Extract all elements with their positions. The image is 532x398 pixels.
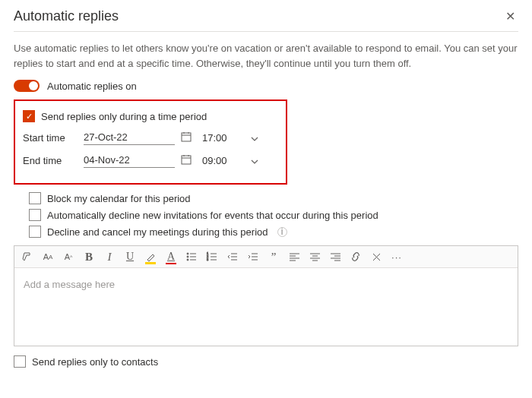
italic-button[interactable]: I <box>104 251 115 263</box>
indent-button[interactable] <box>248 251 258 263</box>
time-period-checkbox[interactable] <box>23 110 35 122</box>
editor-toolbar: AA A^ B I U A 123 ” <box>14 246 518 268</box>
bold-button[interactable]: B <box>84 251 94 263</box>
clear-format-button[interactable] <box>371 251 382 263</box>
end-time-label: End time <box>23 155 84 166</box>
calendar-icon[interactable] <box>181 154 192 167</box>
font-color-button[interactable]: A <box>166 251 176 263</box>
dialog-header: Automatic replies ✕ <box>14 8 518 32</box>
align-right-button[interactable] <box>330 251 340 263</box>
more-button[interactable]: ··· <box>391 251 402 263</box>
svg-rect-4 <box>182 156 191 164</box>
cancel-meetings-checkbox[interactable] <box>29 226 41 238</box>
block-calendar-checkbox[interactable] <box>29 192 41 204</box>
intro-text: Use automatic replies to let others know… <box>14 41 518 71</box>
font-size-down-button[interactable]: A^ <box>63 251 74 263</box>
decline-new-label: Automatically decline new invitations fo… <box>47 210 378 221</box>
format-painter-icon[interactable] <box>22 251 33 263</box>
svg-point-12 <box>187 259 188 261</box>
highlight-button[interactable] <box>145 251 156 263</box>
svg-text:3: 3 <box>207 257 209 261</box>
message-textarea[interactable]: Add a message here <box>14 268 518 346</box>
only-contacts-label: Send replies only to contacts <box>32 356 158 368</box>
cancel-meetings-label: Decline and cancel my meetings during th… <box>47 226 268 238</box>
dialog-title: Automatic replies <box>14 8 119 24</box>
end-time-select[interactable]: 09:00 <box>202 155 248 166</box>
link-button[interactable] <box>350 251 361 263</box>
font-size-up-button[interactable]: AA <box>43 251 53 263</box>
number-list-button[interactable]: 123 <box>207 251 217 263</box>
toggle-knob <box>29 81 38 90</box>
end-date-input[interactable] <box>84 153 175 168</box>
info-icon[interactable]: i <box>277 227 287 237</box>
underline-button[interactable]: U <box>125 251 135 263</box>
only-contacts-checkbox[interactable] <box>14 355 26 368</box>
start-time-label: Start time <box>23 132 84 144</box>
chevron-down-icon[interactable] <box>251 132 258 144</box>
align-left-button[interactable] <box>289 251 299 263</box>
decline-new-checkbox[interactable] <box>29 209 41 221</box>
quote-button[interactable]: ” <box>268 251 279 263</box>
svg-point-10 <box>187 256 188 257</box>
bullet-list-button[interactable] <box>186 251 197 263</box>
auto-replies-toggle[interactable] <box>14 80 40 92</box>
start-time-row: Start time 17:00 <box>23 130 278 145</box>
time-period-label: Send replies only during a time period <box>41 111 207 122</box>
time-period-highlight: Send replies only during a time period S… <box>14 100 287 185</box>
message-editor: AA A^ B I U A 123 ” <box>14 245 518 346</box>
auto-replies-toggle-label: Automatic replies on <box>47 81 137 92</box>
outdent-button[interactable] <box>227 251 238 263</box>
svg-point-8 <box>187 253 188 254</box>
calendar-icon[interactable] <box>181 131 192 144</box>
start-date-input[interactable] <box>84 130 175 145</box>
align-center-button[interactable] <box>309 251 320 263</box>
block-calendar-label: Block my calendar for this period <box>47 193 191 204</box>
end-time-row: End time 09:00 <box>23 153 278 168</box>
svg-rect-0 <box>182 133 191 141</box>
chevron-down-icon[interactable] <box>251 155 258 166</box>
close-button[interactable]: ✕ <box>502 8 518 25</box>
start-time-select[interactable]: 17:00 <box>202 132 248 144</box>
